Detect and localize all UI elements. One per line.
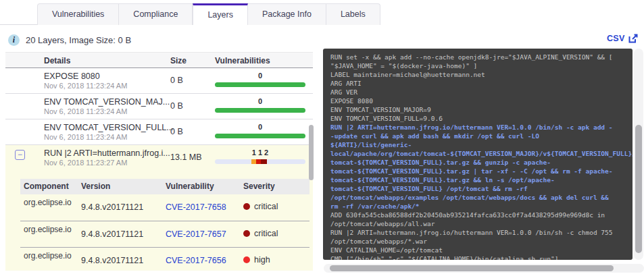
cve-link[interactable]: CVE-2017-7656 [166, 256, 226, 265]
subtable-header: Component Version Vulnerability Severity [20, 179, 309, 194]
vulnerability-bar-cell: 1 1 2 [215, 148, 305, 164]
severity-label: high [254, 255, 270, 265]
component-name: org.eclipse.io [24, 198, 78, 207]
layer-date: Nov 6, 2018 11:23:24 AM [44, 133, 127, 141]
column-size: Size [170, 56, 187, 65]
segment-critical-darkred [261, 159, 267, 164]
code-panel-scrollbar-thumb[interactable] [635, 125, 642, 253]
vulnerability-bar-cell: 0 [215, 72, 305, 87]
vulnerability-row: org.eclipse.io 9.4.8.v20171121 CVE-2017-… [20, 194, 309, 221]
segment-high-orange [251, 159, 256, 164]
column-vulnerability: Vulnerability [166, 182, 214, 191]
component-name: org.eclipse.io [24, 251, 78, 261]
vulnerability-bar-green [215, 134, 305, 138]
severity-dot-critical [243, 203, 250, 210]
layer-date: Nov 6, 2018 11:23:24 AM [44, 82, 127, 90]
layer-row-env-full[interactable]: ENV TOMCAT_VERSION_FULL... Nov 6, 2018 1… [5, 119, 313, 145]
layer-date: Nov 6, 2018 11:23:24 AM [44, 107, 127, 115]
severity-label: critical [254, 202, 278, 211]
cve-link[interactable]: CVE-2017-7657 [166, 229, 226, 239]
segment-red [256, 159, 261, 164]
severity-dot-critical [243, 230, 250, 237]
cve-link[interactable]: CVE-2017-7658 [166, 202, 226, 212]
tab-labels[interactable]: Labels [326, 3, 380, 25]
layer-date: Nov 6, 2018 11:23:27 AM [44, 159, 127, 167]
severity-cell: critical [243, 229, 278, 238]
component-version: 9.4.8.v20171121 [81, 256, 143, 265]
component-name: org.eclipse.io [24, 225, 78, 234]
vulnerabilities-subtable: Component Version Vulnerability Severity… [20, 179, 309, 273]
vulnerability-bar-green [215, 108, 305, 113]
layer-size: 0 B [170, 127, 183, 136]
layer-size: 13.1 MB [170, 153, 202, 162]
vulnerability-bar-cell: 0 [215, 97, 305, 113]
layer-title: ENV TOMCAT_VERSION_MAJ... [44, 97, 170, 107]
vulnerability-count: 0 [215, 72, 305, 80]
layer-row-expose-8080[interactable]: EXPOSE 8080 Nov 6, 2018 11:23:24 AM 0 B … [5, 68, 313, 94]
column-vulnerabilities: Vulnerabilities [215, 56, 270, 65]
dockerfile-code: RUN set -x && apk add --no-cache openjdk… [323, 49, 633, 260]
layer-size: 0 B [170, 76, 183, 85]
column-details: Details [44, 56, 70, 65]
layer-row-run-arti[interactable]: − RUN |2 ARTI=huttermann.jfrog.i... Nov … [5, 145, 313, 171]
vulnerability-count: 0 [215, 97, 305, 106]
layers-summary-text: 20 Layers, Image Size: 0 B [26, 35, 131, 45]
vulnerability-count: 0 [215, 123, 305, 132]
column-severity: Severity [243, 182, 275, 191]
column-version: Version [81, 182, 110, 191]
export-icon[interactable] [628, 34, 638, 43]
tab-bar: Vulnerabilities Compliance Layers Packag… [37, 3, 380, 25]
left-panel-scrollbar-thumb[interactable] [309, 125, 314, 180]
vulnerability-bar-cell: 0 [215, 123, 305, 138]
severity-cell: high [243, 255, 270, 265]
collapse-icon[interactable]: − [15, 150, 25, 160]
vulnerability-bar-segmented [215, 159, 305, 164]
vulnerability-row: org.eclipse.io 9.4.8.v20171121 CVE-2017-… [20, 221, 309, 247]
severity-cell: critical [243, 202, 278, 211]
layer-title: ENV TOMCAT_VERSION_FULL... [44, 123, 174, 132]
layers-table-body: EXPOSE 8080 Nov 6, 2018 11:23:24 AM 0 B … [5, 68, 313, 145]
tab-layers[interactable]: Layers [193, 3, 248, 25]
layer-title: EXPOSE 8080 [44, 72, 100, 81]
layer-row-env-major[interactable]: ENV TOMCAT_VERSION_MAJ... Nov 6, 2018 11… [5, 94, 313, 119]
severity-label: critical [254, 229, 278, 238]
severity-dot-high [243, 256, 250, 263]
layer-title: RUN |2 ARTI=huttermann.jfrog.i... [44, 148, 170, 158]
tab-vulnerabilities[interactable]: Vulnerabilities [37, 3, 119, 25]
tab-package-info[interactable]: Package Info [248, 3, 326, 25]
csv-link[interactable]: CSV [607, 34, 625, 43]
column-component: Component [24, 182, 69, 191]
layer-size: 0 B [170, 101, 183, 111]
expanded-layer-panel: − RUN |2 ARTI=huttermann.jfrog.i... Nov … [5, 145, 313, 271]
info-icon: i [8, 34, 20, 46]
vulnerability-row: org.eclipse.io 9.4.8.v20171121 CVE-2017-… [20, 247, 309, 273]
vulnerability-bar-green [215, 82, 305, 87]
code-panel-hscrollbar-thumb[interactable] [330, 265, 614, 271]
component-version: 9.4.8.v20171121 [81, 202, 143, 212]
csv-export[interactable]: CSV [607, 34, 638, 43]
tab-compliance[interactable]: Compliance [119, 3, 193, 25]
layers-table-header: Details Size Vulnerabilities [5, 52, 313, 68]
component-version: 9.4.8.v20171121 [81, 229, 143, 239]
dockerfile-panel[interactable]: RUN set -x && apk add --no-cache openjdk… [323, 49, 633, 260]
vulnerability-counts: 1 1 2 [215, 148, 305, 157]
